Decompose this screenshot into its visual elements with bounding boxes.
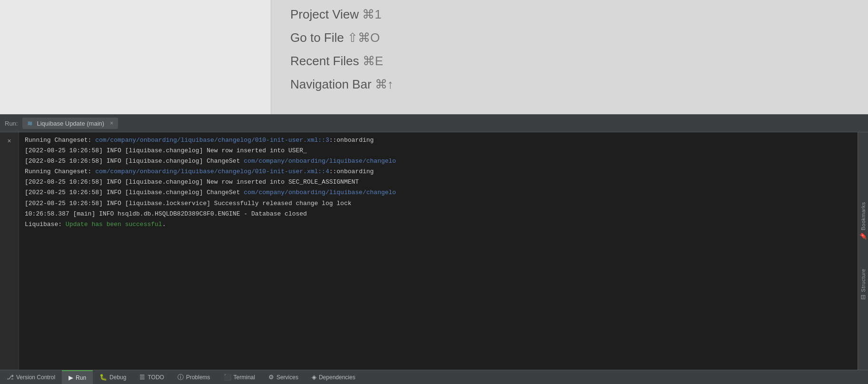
toolbar-problems-label: Problems	[186, 374, 210, 381]
success-text: Update has been successful	[66, 221, 162, 228]
changelog-link-3[interactable]: com/company/onboarding/liquibase/changel…	[95, 168, 329, 175]
log-line: 10:26:58.387 [main] INFO hsqldb.db.HSQLD…	[25, 209, 852, 219]
run-tab-close-button[interactable]: ×	[110, 120, 113, 127]
problems-icon: ⓘ	[178, 373, 184, 382]
shortcut-panel: Project View ⌘1 Go to File ⇧⌘O Recent Fi…	[271, 0, 868, 114]
top-area: Project View ⌘1 Go to File ⇧⌘O Recent Fi…	[0, 0, 868, 114]
todo-icon: ☰	[139, 374, 145, 381]
debug-icon: 🐛	[99, 374, 107, 381]
shortcut-recent-files[interactable]: Recent Files ⌘E	[290, 54, 849, 69]
toolbar-version-control[interactable]: ⎇ Version Control	[0, 370, 62, 384]
structure-icon: ⊟	[859, 294, 867, 300]
shortcut-go-to-file[interactable]: Go to File ⇧⌘O	[290, 30, 849, 45]
side-labels: 🔖 Bookmarks ⊟ Structure	[858, 132, 868, 370]
liquibase-icon: ≋	[27, 119, 33, 127]
close-button[interactable]: ×	[4, 136, 15, 147]
structure-label[interactable]: ⊟ Structure	[859, 269, 867, 300]
toolbar-services[interactable]: ⚙ Services	[262, 370, 305, 384]
run-tab-label: Liquibase Update (main)	[37, 120, 104, 127]
top-left-panel	[0, 0, 271, 114]
bookmark-icon: 🔖	[859, 233, 867, 241]
log-line: [2022-08-25 10:26:58] INFO [liquibase.ch…	[25, 177, 852, 187]
toolbar-problems[interactable]: ⓘ Problems	[171, 370, 217, 384]
toolbar-dependencies[interactable]: ◈ Dependencies	[305, 370, 362, 384]
toolbar-dependencies-label: Dependencies	[319, 374, 355, 381]
run-sidebar: ×	[0, 132, 19, 370]
bottom-toolbar: ⎇ Version Control ▶ Run 🐛 Debug ☰ TODO ⓘ…	[0, 370, 868, 384]
log-line: [2022-08-25 10:26:58] INFO [liquibase.ch…	[25, 146, 852, 156]
toolbar-run-label: Run	[76, 374, 86, 381]
services-icon: ⚙	[268, 374, 274, 381]
changelog-link-2[interactable]: com/company/onboarding/liquibase/changel…	[244, 158, 396, 165]
changelog-link-1[interactable]: com/company/onboarding/liquibase/changel…	[95, 137, 329, 144]
shortcut-navigation-bar[interactable]: Navigation Bar ⌘↑	[290, 77, 849, 92]
terminal-icon: ⬛	[224, 374, 231, 381]
dependencies-icon: ◈	[312, 374, 316, 381]
run-icon: ▶	[69, 374, 73, 381]
log-content: Running Changeset: com/company/onboardin…	[19, 132, 858, 370]
log-success-line: Liquibase: Update has been successful.	[25, 219, 852, 230]
changelog-link-4[interactable]: com/company/onboarding/liquibase/changel…	[244, 189, 396, 196]
toolbar-terminal-label: Terminal	[234, 374, 255, 381]
toolbar-version-control-label: Version Control	[16, 374, 55, 381]
log-line: [2022-08-25 10:26:58] INFO [liquibase.lo…	[25, 198, 852, 209]
run-panel-header: Run: ≋ Liquibase Update (main) ×	[0, 114, 868, 132]
toolbar-run[interactable]: ▶ Run	[62, 370, 93, 384]
toolbar-services-label: Services	[276, 374, 298, 381]
toolbar-debug-label: Debug	[109, 374, 126, 381]
toolbar-terminal[interactable]: ⬛ Terminal	[217, 370, 262, 384]
run-body: × Running Changeset: com/company/onboard…	[0, 132, 868, 370]
log-line: [2022-08-25 10:26:58] INFO [liquibase.ch…	[25, 156, 852, 167]
run-area: Run: ≋ Liquibase Update (main) × × Runni…	[0, 114, 868, 370]
run-label: Run:	[5, 120, 18, 127]
bookmarks-label[interactable]: 🔖 Bookmarks	[859, 202, 867, 240]
version-control-icon: ⎇	[7, 374, 14, 381]
shortcut-project-view[interactable]: Project View ⌘1	[290, 7, 849, 22]
toolbar-debug[interactable]: 🐛 Debug	[93, 370, 133, 384]
run-tab[interactable]: ≋ Liquibase Update (main) ×	[22, 118, 118, 129]
log-line: Running Changeset: com/company/onboardin…	[25, 135, 852, 146]
toolbar-todo[interactable]: ☰ TODO	[133, 370, 170, 384]
log-line: Running Changeset: com/company/onboardin…	[25, 167, 852, 177]
log-line: [2022-08-25 10:26:58] INFO [liquibase.ch…	[25, 187, 852, 198]
toolbar-todo-label: TODO	[148, 374, 164, 381]
main-wrapper: Project View ⌘1 Go to File ⇧⌘O Recent Fi…	[0, 0, 868, 384]
